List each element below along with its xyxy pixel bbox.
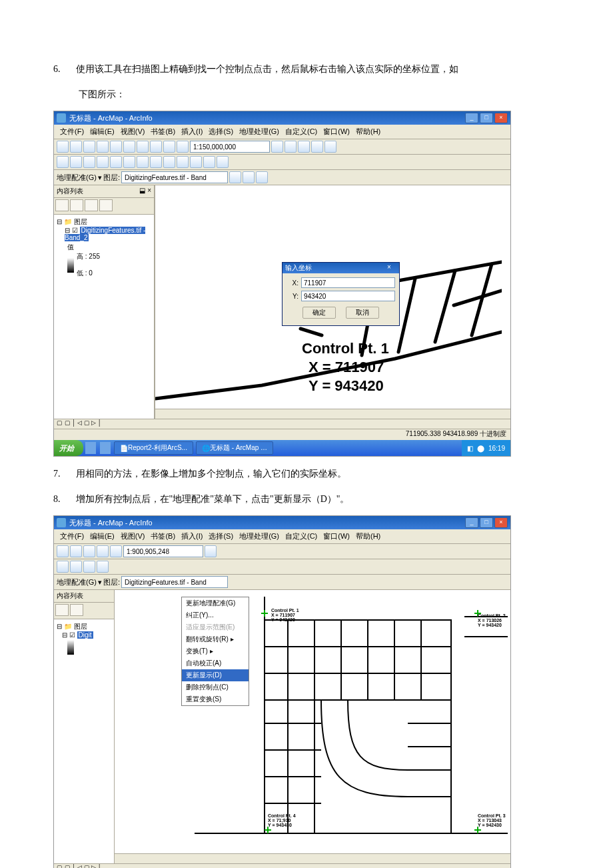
menu-transform[interactable]: 变换(T) ▸ [182, 645, 249, 657]
menu-bookmark[interactable]: 书签(B) [149, 126, 177, 137]
menu-reset[interactable]: 重置变换(S) [182, 693, 249, 705]
find-icon[interactable] [203, 156, 215, 168]
menu-rectify[interactable]: 纠正(Y)... [182, 609, 249, 621]
task-item-2[interactable]: 🌐 无标题 - ArcMap … [196, 441, 273, 455]
menu-help[interactable]: 帮助(H) [354, 531, 382, 542]
tree-layer[interactable]: ⊟ ☑ DigitizingFeatures.tif - Band_2 [65, 227, 151, 241]
menu-file[interactable]: 文件(F) [58, 126, 86, 137]
scale-input[interactable] [123, 545, 203, 557]
menu-flip[interactable]: 翻转或旋转(R) ▸ [182, 633, 249, 645]
undo-icon[interactable] [150, 141, 162, 153]
zoomin-icon[interactable] [57, 561, 69, 573]
menu-bookmark[interactable]: 书签(B) [149, 531, 177, 542]
y-input[interactable] [301, 291, 395, 301]
start-button[interactable]: 开始 [54, 440, 83, 456]
fullextent-icon[interactable] [97, 561, 109, 573]
paste-icon[interactable] [137, 141, 149, 153]
close-button[interactable]: × [494, 113, 508, 123]
maximize-button[interactable]: □ [480, 113, 493, 123]
toc-tab-3[interactable] [85, 199, 98, 211]
copy-icon[interactable] [123, 141, 135, 153]
menu-window[interactable]: 窗口(W) [321, 126, 352, 137]
identify-icon[interactable] [190, 156, 202, 168]
menu-auto[interactable]: 自动校正(A) [182, 657, 249, 669]
forward-icon[interactable] [150, 156, 162, 168]
select-icon[interactable] [163, 156, 175, 168]
fullextent-icon[interactable] [97, 156, 109, 168]
menu-select[interactable]: 选择(S) [207, 126, 235, 137]
menu-update-georef[interactable]: 更新地理配准(G) [182, 597, 249, 609]
add-data-icon[interactable] [177, 141, 189, 153]
add-data-icon[interactable] [110, 545, 122, 557]
cut-icon[interactable] [110, 141, 122, 153]
cancel-button[interactable]: 取消 [346, 307, 379, 319]
layer-select[interactable] [121, 171, 228, 183]
editor-icon[interactable] [271, 141, 283, 153]
menu-update-display[interactable]: 更新显示(D) [182, 669, 249, 681]
menu-custom[interactable]: 自定义(C) [283, 531, 319, 542]
task-item-1[interactable]: 📄 Report2-利用ArcS... [114, 441, 193, 455]
menu-geo[interactable]: 地理处理(G) [237, 126, 281, 137]
tray-icon[interactable]: ◧ [467, 445, 473, 452]
menu-insert[interactable]: 插入(I) [179, 531, 205, 542]
pan-icon[interactable] [83, 156, 95, 168]
menu-select[interactable]: 选择(S) [207, 531, 235, 542]
zoomout-icon[interactable] [70, 156, 82, 168]
georef-menu[interactable]: 地理配准(G) [57, 577, 97, 587]
catalog-icon[interactable] [298, 141, 310, 153]
maximize-button[interactable]: □ [480, 517, 493, 528]
print-icon[interactable] [97, 545, 109, 557]
x-input[interactable] [301, 277, 395, 288]
redo-icon[interactable] [163, 141, 175, 153]
dlg-close-icon[interactable]: × [387, 263, 396, 271]
save-icon[interactable] [83, 141, 95, 153]
georef-menu[interactable]: 地理配准(G) [57, 173, 97, 183]
print-icon[interactable] [97, 141, 109, 153]
menu-view[interactable]: 视图(V) [119, 126, 147, 137]
toc-pin-icon[interactable]: ⬓ × [139, 187, 151, 196]
pan-icon[interactable] [83, 561, 95, 573]
new-icon[interactable] [57, 545, 69, 557]
menu-edit[interactable]: 编辑(E) [88, 126, 117, 137]
menu-insert[interactable]: 插入(I) [179, 126, 205, 137]
toc-tab-4[interactable] [99, 199, 113, 211]
python-icon[interactable] [324, 141, 336, 153]
tree-root[interactable]: ⊟ 📁 图层 [57, 217, 151, 227]
quicklaunch-icon[interactable] [85, 442, 96, 454]
menu-window[interactable]: 窗口(W) [321, 531, 352, 542]
minimize-button[interactable]: _ [465, 113, 478, 123]
scale-input[interactable] [190, 141, 270, 153]
clear-icon[interactable] [177, 156, 189, 168]
close-button[interactable]: × [494, 517, 508, 528]
menu-help[interactable]: 帮助(H) [354, 126, 382, 137]
map-canvas-2[interactable]: 更新地理配准(G) 纠正(Y)... 适应显示范围(E) 翻转或旋转(R) ▸ … [115, 590, 510, 863]
quicklaunch-icon-2[interactable] [100, 442, 111, 454]
toolbox-icon[interactable] [285, 141, 297, 153]
minimize-button[interactable]: _ [465, 517, 478, 528]
ok-button[interactable]: 确定 [303, 307, 336, 319]
zoomin-icon[interactable] [57, 156, 69, 168]
layer-select[interactable] [121, 576, 228, 588]
menu-file[interactable]: 文件(F) [58, 531, 86, 542]
menu-custom[interactable]: 自定义(C) [283, 126, 319, 137]
menu-edit[interactable]: 编辑(E) [88, 531, 117, 542]
menu-delete-cp[interactable]: 删除控制点(C) [182, 681, 249, 693]
open-icon[interactable] [70, 545, 82, 557]
fixed-zoomout-icon[interactable] [123, 156, 135, 168]
back-icon[interactable] [137, 156, 149, 168]
linktable-icon[interactable] [256, 171, 268, 183]
toc-tab-1[interactable] [55, 199, 69, 211]
new-icon[interactable] [57, 141, 69, 153]
menu-view[interactable]: 视图(V) [119, 531, 147, 542]
open-icon[interactable] [70, 141, 82, 153]
save-icon[interactable] [83, 545, 95, 557]
rotate-icon[interactable] [229, 171, 241, 183]
measure-icon[interactable] [217, 156, 229, 168]
zoomout-icon[interactable] [70, 561, 82, 573]
search-icon[interactable] [311, 141, 323, 153]
menu-geo[interactable]: 地理处理(G) [237, 531, 281, 542]
map-canvas[interactable]: Control Pt. 1 X = 711907 Y = 943420 输入坐标… [155, 185, 510, 419]
tray-icon-2[interactable]: ⬤ [477, 445, 484, 452]
toolbox-icon[interactable] [205, 545, 217, 557]
toc-tab-2[interactable] [70, 199, 83, 211]
